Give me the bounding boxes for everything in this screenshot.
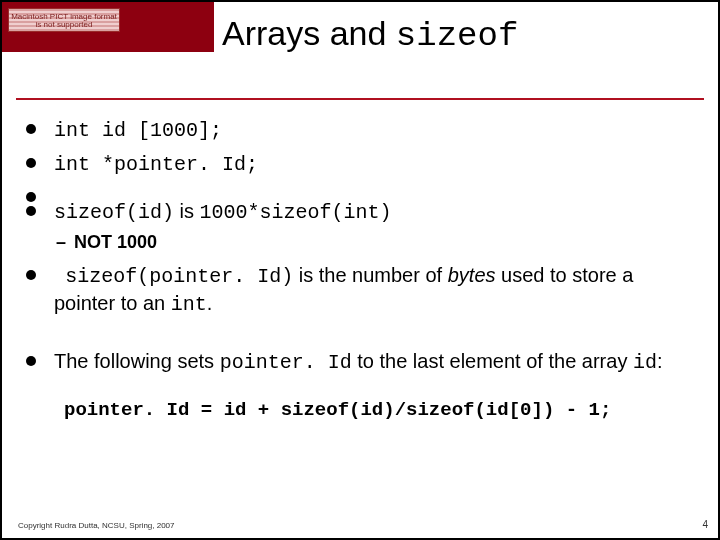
slide: Macintosh PICT image format is not suppo… xyxy=(0,0,720,540)
copyright-footer: Copyright Rudra Dutta, NCSU, Spring, 200… xyxy=(18,521,175,530)
code-example-line: pointer. Id = id + sizeof(id)/sizeof(id[… xyxy=(50,398,690,424)
bullet-1: int id [1000]; xyxy=(50,116,690,144)
slide-body: int id [1000]; int *pointer. Id; sizeof(… xyxy=(2,98,718,510)
bullet-3: sizeof(id) is 1000*sizeof(int) NOT 1000 xyxy=(50,198,690,254)
bullet-5-c2: id xyxy=(633,351,657,374)
bullet-4-tail-code: int xyxy=(171,293,207,316)
bullet-4-em: bytes xyxy=(448,264,496,286)
bullet-4-lead-code: sizeof(pointer. Id) xyxy=(65,265,293,288)
bullet-5-t2: to the last element of the array xyxy=(352,350,633,372)
bullet-3-code-post: 1000*sizeof(int) xyxy=(200,201,392,224)
bullet-5-c1: pointer. Id xyxy=(220,351,352,374)
bullet-5-t1: The following sets xyxy=(54,350,220,372)
pict-placeholder-badge: Macintosh PICT image format is not suppo… xyxy=(8,8,120,32)
bullet-3-sub: NOT 1000 xyxy=(56,230,690,254)
spacer-gap xyxy=(50,184,690,198)
bullet-4-t1: is the number of xyxy=(293,264,448,286)
spacer-biggap xyxy=(50,324,690,348)
bullet-3-code-pre: sizeof(id) xyxy=(54,201,174,224)
bullet-4-period: . xyxy=(207,292,213,314)
bullet-3-sublist: NOT 1000 xyxy=(56,230,690,254)
bullet-2: int *pointer. Id; xyxy=(50,150,690,178)
title-text-mono: sizeof xyxy=(396,17,518,55)
bullet-list: int id [1000]; int *pointer. Id; sizeof(… xyxy=(50,116,690,376)
bullet-1-code: int id [1000]; xyxy=(54,119,222,142)
bullet-3-mid: is xyxy=(174,200,200,222)
bullet-5: The following sets pointer. Id to the la… xyxy=(50,348,690,376)
slide-title: Arrays and sizeof xyxy=(214,2,718,55)
title-text-plain: Arrays and xyxy=(222,14,396,52)
bullet-4: sizeof(pointer. Id) is the number of byt… xyxy=(50,262,690,318)
bullet-5-t3: : xyxy=(657,350,663,372)
bullet-3-sub-text: NOT 1000 xyxy=(74,232,157,252)
bullet-2-code: int *pointer. Id; xyxy=(54,153,258,176)
page-number: 4 xyxy=(702,519,708,530)
